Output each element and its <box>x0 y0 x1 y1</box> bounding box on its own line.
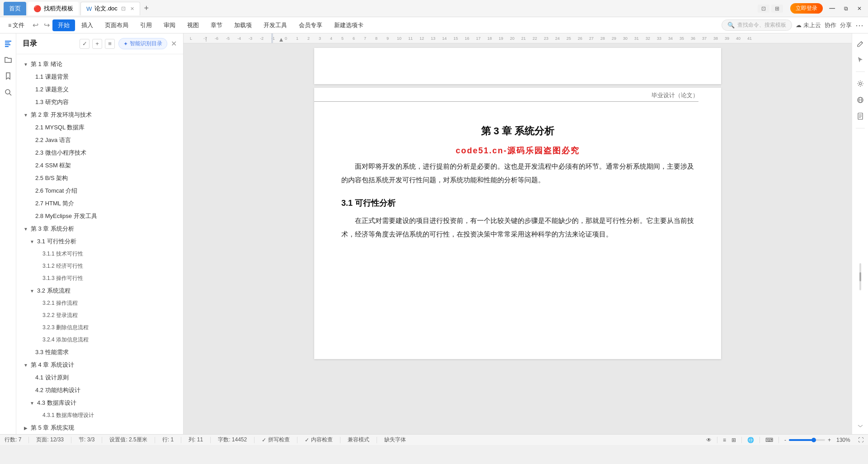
zoom-control[interactable]: - + <box>784 437 831 443</box>
toc-item-s312[interactable]: 3.1.2 经济可行性 <box>16 260 183 272</box>
file-menu[interactable]: ≡ 文件 <box>5 19 28 31</box>
zoom-out-icon[interactable]: - <box>784 437 786 443</box>
redo-button[interactable]: ↪ <box>42 20 52 30</box>
toc-item-ch1[interactable]: ▼第 1 章 绪论 <box>16 58 183 71</box>
register-button[interactable]: 立即登录 <box>790 3 823 14</box>
toc-item-s313[interactable]: 3.1.3 操作可行性 <box>16 272 183 284</box>
more-icon[interactable]: ⋯ <box>855 20 863 30</box>
grid-view-icon[interactable]: ⊞ <box>731 437 736 443</box>
globe-status-icon[interactable]: 🌐 <box>747 437 754 443</box>
fullscreen-icon[interactable]: ⛶ <box>858 437 863 443</box>
restore-icon[interactable]: ⊡ <box>121 5 126 12</box>
svg-text:24: 24 <box>555 36 560 41</box>
right-doc-icon[interactable] <box>854 110 867 123</box>
sidebar-check-btn[interactable]: ✓ <box>80 39 90 49</box>
toc-item-s43[interactable]: ▼4.3 数据库设计 <box>16 397 183 409</box>
tab-addon[interactable]: 加载项 <box>229 19 257 32</box>
toc-label-s25: 2.5 B/S 架构 <box>35 174 68 182</box>
share-btn[interactable]: 分享 <box>840 21 852 29</box>
grid-icon[interactable]: ⊞ <box>771 5 783 13</box>
toc-item-s26[interactable]: 2.6 Tomcat 介绍 <box>16 185 183 197</box>
toc-item-s25[interactable]: 2.5 B/S 架构 <box>16 172 183 185</box>
zoom-slider[interactable] <box>789 439 825 441</box>
toc-item-ch4[interactable]: ▼第 4 章 系统设计 <box>16 359 183 371</box>
toc-item-s32[interactable]: ▼3.2 系统流程 <box>16 284 183 297</box>
search-icon[interactable] <box>2 86 14 99</box>
tab-chapter[interactable]: 章节 <box>205 19 228 32</box>
toc-item-s12[interactable]: 1.2 课题意义 <box>16 83 183 96</box>
toc-item-ch2[interactable]: ▼第 2 章 开发环境与技术 <box>16 109 183 121</box>
tab-doc[interactable]: W 论文.doc ⊡ ✕ <box>80 2 140 15</box>
zoom-thumb[interactable] <box>811 438 816 442</box>
search-bar[interactable]: 🔍 查找命令、搜索模板 <box>722 19 792 31</box>
doc-icon: W <box>86 5 92 12</box>
toc-item-s321[interactable]: 3.2.1 操作流程 <box>16 297 183 309</box>
folder-icon[interactable] <box>2 53 14 66</box>
tab-start[interactable]: 开始 <box>52 19 75 31</box>
eye-icon[interactable]: 👁 <box>706 437 712 443</box>
sidebar-list-btn[interactable]: ≡ <box>105 39 115 49</box>
toc-item-s31[interactable]: ▼3.1 可行性分析 <box>16 235 183 248</box>
tab-reference[interactable]: 引用 <box>135 19 157 32</box>
toc-item-ch3[interactable]: ▼第 3 章 系统分析 <box>16 223 183 235</box>
zoom-in-icon[interactable]: + <box>828 437 831 443</box>
toc-item-ch5[interactable]: ▶第 5 章 系统实现 <box>16 421 183 434</box>
status-content[interactable]: ✓ 内容检查 <box>305 436 333 444</box>
bookmark-icon[interactable] <box>2 70 14 82</box>
svg-text:15: 15 <box>453 36 458 41</box>
zoom-level[interactable]: 130% <box>836 437 853 443</box>
right-globe-icon[interactable] <box>854 94 867 106</box>
tab-template[interactable]: 🔴 找稻壳模板 <box>28 2 79 15</box>
check-icon: ✓ <box>262 437 266 443</box>
toc-item-s41[interactable]: 4.1 设计原则 <box>16 371 183 384</box>
toc-item-s323[interactable]: 3.2.3 删除信息流程 <box>16 322 183 334</box>
right-settings-icon[interactable] <box>854 77 867 90</box>
toc-item-s322[interactable]: 3.2.2 登录流程 <box>16 309 183 322</box>
toc-item-s24[interactable]: 2.4 SSM 框架 <box>16 159 183 172</box>
sidebar-close-button[interactable]: ✕ <box>171 39 177 48</box>
toc-item-s23[interactable]: 2.3 微信小程序技术 <box>16 147 183 159</box>
outline-icon[interactable] <box>2 37 14 50</box>
toc-item-s311[interactable]: 3.1.1 技术可行性 <box>16 248 183 260</box>
tab-close-doc[interactable]: ✕ <box>130 6 134 12</box>
tab-dev[interactable]: 开发工具 <box>258 19 292 32</box>
toc-item-s13[interactable]: 1.3 研究内容 <box>16 96 183 109</box>
right-scroll-thumb[interactable] <box>859 272 861 281</box>
toc-item-s42[interactable]: 4.2 功能结构设计 <box>16 384 183 397</box>
tab-home[interactable]: 首页 <box>4 2 26 15</box>
right-edit-icon[interactable] <box>854 37 867 50</box>
toc-item-s28[interactable]: 2.8 MyEclipse 开发工具 <box>16 210 183 223</box>
toc-item-s11[interactable]: 1.1 课题背景 <box>16 71 183 83</box>
add-tab-button[interactable]: + <box>140 2 153 15</box>
right-scroll-track[interactable] <box>859 263 861 290</box>
tab-new-select[interactable]: 新建选项卡 <box>329 19 369 32</box>
status-spell[interactable]: ✓ 拼写检查 <box>262 436 290 444</box>
toc-item-s431[interactable]: 4.3.1 数据库物理设计 <box>16 409 183 421</box>
min-button[interactable]: ─ <box>826 3 838 14</box>
right-expand-icon[interactable] <box>857 423 863 431</box>
ruler: L -7-6-5 -4-3-2 -10 123 456 789 101112 1… <box>184 33 852 43</box>
tab-member[interactable]: 会员专享 <box>293 19 328 32</box>
keyboard-icon[interactable]: ⌨ <box>765 437 773 443</box>
document-scroll[interactable]: 毕业设计（论文） 第 3 章 系统分析 code51.cn-源码乐园盗图必究 面… <box>184 43 852 434</box>
tab-layout[interactable]: 页面布局 <box>99 19 134 32</box>
tab-review[interactable]: 审阅 <box>158 19 181 32</box>
sidebar-add-btn[interactable]: + <box>92 39 102 49</box>
restore-window-icon[interactable]: ⊡ <box>758 5 769 13</box>
cloud-btn[interactable]: ☁ 未上云 <box>796 21 821 29</box>
undo-button[interactable]: ↩ <box>31 20 40 30</box>
toc-item-s22[interactable]: 2.2 Java 语言 <box>16 134 183 147</box>
toc-item-s21[interactable]: 2.1 MYSQL 数据库 <box>16 121 183 134</box>
toc-item-s33[interactable]: 3.3 性能需求 <box>16 346 183 359</box>
toc-item-s27[interactable]: 2.7 HTML 简介 <box>16 197 183 210</box>
svg-text:31: 31 <box>634 36 639 41</box>
tab-view[interactable]: 视图 <box>182 19 204 32</box>
close-button[interactable]: ✕ <box>854 5 864 13</box>
ai-toc-button[interactable]: ✦ 智能识别目录 <box>118 38 167 49</box>
collab-btn[interactable]: 协作 <box>825 21 836 29</box>
toc-item-s324[interactable]: 3.2.4 添加信息流程 <box>16 334 183 346</box>
tab-insert[interactable]: 插入 <box>76 19 99 32</box>
max-button[interactable]: ⧉ <box>841 5 851 13</box>
right-cursor-icon[interactable] <box>854 53 867 66</box>
list-view-icon[interactable]: ≡ <box>723 437 726 443</box>
